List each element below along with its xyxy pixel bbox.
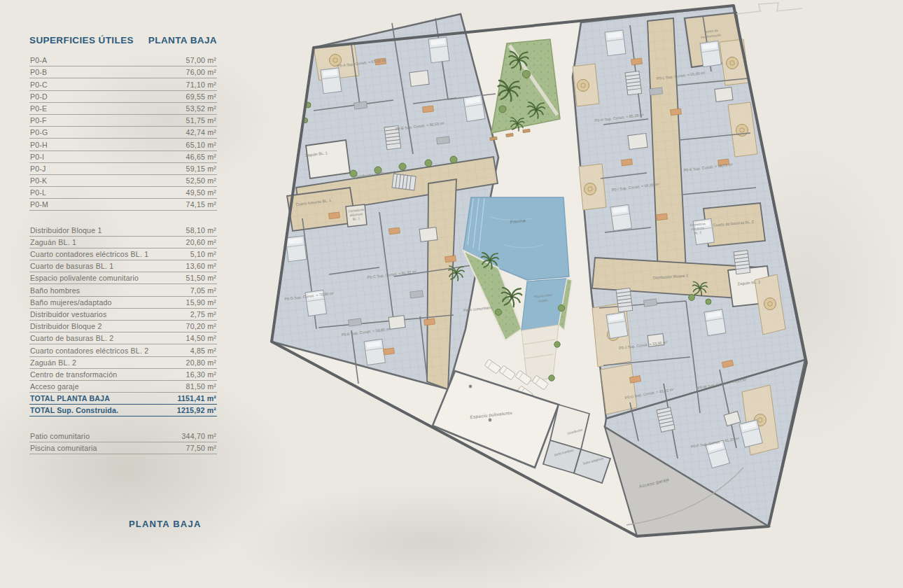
row-value: 49,50 m² <box>186 188 216 197</box>
basuras1-room <box>287 188 356 231</box>
table-header: SUPERFICIES ÚTILES PLANTA BAJA <box>29 35 217 46</box>
row-value: 13,60 m² <box>186 262 216 270</box>
row-value: 81,50 m² <box>186 382 216 391</box>
row-value: 53,52 m² <box>186 104 216 113</box>
table-row: P0-L 49,50 m² <box>29 187 217 199</box>
row-value: 20,60 m² <box>186 238 216 246</box>
extras-group: Patio comunitario 344,70 m² Piscina comu… <box>29 430 217 454</box>
row-value: 20,80 m² <box>186 358 216 367</box>
row-value: 74,15 m² <box>186 200 216 209</box>
table-row: Cuarto contadores eléctricos BL. 2 4,85 … <box>29 344 217 356</box>
row-label: Zaguán BL. 2 <box>30 358 76 367</box>
row-label: Baño hombres <box>30 286 80 295</box>
row-value: 1215,92 m² <box>177 406 216 414</box>
table-row: Baño hombres 7,05 m² <box>29 284 217 296</box>
table-row: Acceso garaje 81,50 m² <box>29 381 217 393</box>
row-label: Cuarto de basuras BL. 2 <box>30 334 113 342</box>
row-value: 7,05 m² <box>190 286 216 295</box>
row-label: P0-A <box>30 56 47 64</box>
row-label: Espacio polivalente comunitario <box>30 274 139 282</box>
row-label: Cuarto de basuras BL. 1 <box>30 262 113 270</box>
table-row: P0-K 52,50 m² <box>29 175 217 187</box>
pool-deck <box>522 325 559 382</box>
row-value: 2,75 m² <box>190 310 216 318</box>
table-row: P0-C 71,10 m² <box>29 78 217 90</box>
surface-table: SUPERFICIES ÚTILES PLANTA BAJA P0-A 57,0… <box>29 35 217 454</box>
row-label: Distribuidor Bloque 1 <box>30 226 102 234</box>
table-title: SUPERFICIES ÚTILES <box>29 35 134 46</box>
row-label: TOTAL Sup. Construida. <box>30 406 118 414</box>
row-value: 51,75 m² <box>186 116 216 125</box>
table-row: P0-D 69,55 m² <box>29 91 217 103</box>
row-value: 70,20 m² <box>186 322 216 330</box>
row-label: P0-B <box>30 68 47 76</box>
table-row: P0-B 76,00 m² <box>29 66 217 78</box>
row-value: 5,10 m² <box>190 250 216 258</box>
row-value: 77,50 m² <box>186 444 216 452</box>
table-row: Zaguán BL. 2 20,80 m² <box>29 357 217 369</box>
table-row: P0-A 57,00 m² <box>29 55 217 66</box>
row-value: 59,15 m² <box>186 164 216 173</box>
row-label: TOTAL PLANTA BAJA <box>30 394 110 402</box>
table-row: P0-M 74,15 m² <box>29 199 217 211</box>
row-value: 71,10 m² <box>186 80 216 89</box>
units-group: P0-A 57,00 m² P0-B 76,00 m² P0-C 71,10 m… <box>29 55 217 211</box>
row-value: 52,50 m² <box>186 176 216 185</box>
table-row: Espacio polivalente comunitario 51,50 m² <box>29 272 217 284</box>
plan-label-contadores2c: BL. 2 <box>694 231 702 235</box>
row-value: 65,10 m² <box>186 141 216 149</box>
row-label: Distribuidor Bloque 2 <box>30 322 102 330</box>
table-row: Centro de transformación 16,30 m² <box>29 369 217 381</box>
row-label: Patio comunitario <box>30 432 90 440</box>
table-row: P0-H 65,10 m² <box>29 139 217 150</box>
neighbor-parcel-line <box>736 3 802 14</box>
table-row: P0-G 42,74 m² <box>29 127 217 139</box>
totals-group: TOTAL PLANTA BAJA 1151,41 m² TOTAL Sup. … <box>29 393 217 416</box>
row-label: Distribuidor vestuarios <box>30 310 106 318</box>
row-value: 46,65 m² <box>186 153 216 161</box>
row-value: 1151,41 m² <box>177 394 216 402</box>
row-label: P0-K <box>30 176 47 185</box>
row-label: P0-M <box>30 200 48 209</box>
table-subtitle: PLANTA BAJA <box>148 35 217 46</box>
row-value: 57,00 m² <box>186 56 216 64</box>
table-row: Patio comunitario 344,70 m² <box>29 430 217 442</box>
row-value: 14,50 m² <box>186 334 216 342</box>
row-label: Cuarto contadores eléctricos BL. 2 <box>30 346 148 355</box>
table-row: P0-J 59,15 m² <box>29 163 217 175</box>
row-label: P0-H <box>30 141 48 149</box>
total-row: TOTAL Sup. Construida. 1215,92 m² <box>29 405 217 416</box>
plan-caption: PLANTA BAJA <box>129 519 201 529</box>
row-label: P0-D <box>30 92 48 101</box>
row-label: P0-C <box>30 80 48 89</box>
table-row: Distribuidor Bloque 2 70,20 m² <box>29 321 217 332</box>
row-label: P0-F <box>30 116 47 125</box>
row-label: Acceso garaje <box>30 382 79 391</box>
table-row: Piscina comunitaria 77,50 m² <box>29 442 217 454</box>
row-value: 42,74 m² <box>186 128 216 136</box>
row-label: P0-I <box>30 153 44 161</box>
row-label: P0-G <box>30 128 48 136</box>
table-row: Cuarto de basuras BL. 2 14,50 m² <box>29 332 217 344</box>
row-value: 51,50 m² <box>186 274 216 282</box>
row-value: 15,90 m² <box>186 298 216 307</box>
row-label: Baño mujeres/adaptado <box>30 298 112 307</box>
table-row: Baño mujeres/adaptado 15,90 m² <box>29 297 217 309</box>
row-label: Centro de transformación <box>30 370 117 379</box>
table-row: P0-F 51,75 m² <box>29 115 217 127</box>
row-value: 16,30 m² <box>186 370 216 379</box>
row-label: Zaguán BL. 1 <box>30 238 76 246</box>
row-value: 4,85 m² <box>190 346 216 355</box>
zaguan1-room <box>306 140 350 178</box>
table-row: Distribuidor vestuarios 2,75 m² <box>29 309 217 321</box>
table-row: Zaguán BL. 1 20,60 m² <box>29 237 217 248</box>
total-row: TOTAL PLANTA BAJA 1151,41 m² <box>29 393 217 405</box>
row-value: 69,55 m² <box>186 92 216 101</box>
row-label: P0-L <box>30 188 46 197</box>
row-label: Cuarto contadores eléctricos BL. 1 <box>30 250 148 258</box>
table-row: Cuarto contadores eléctricos BL. 1 5,10 … <box>29 248 217 260</box>
table-row: P0-E 53,52 m² <box>29 103 217 115</box>
table-row: Cuarto de basuras BL. 1 13,60 m² <box>29 260 217 272</box>
commons-group: Distribuidor Bloque 1 58,10 m² Zaguán BL… <box>29 224 217 393</box>
row-value: 344,70 m² <box>182 432 217 440</box>
